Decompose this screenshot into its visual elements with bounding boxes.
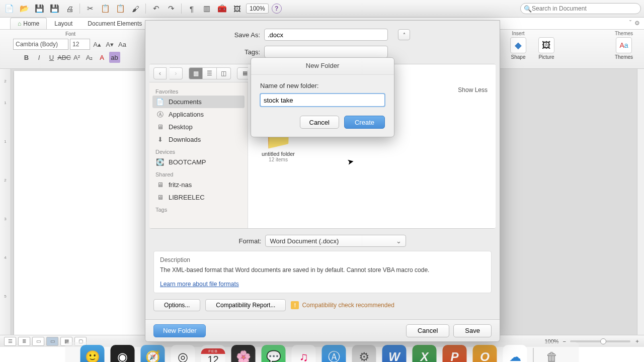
copy-icon[interactable]: 📋 [99, 3, 111, 15]
sidebar-item-documents[interactable]: 📄Documents [152, 96, 245, 108]
toolbox-icon[interactable]: 🧰 [216, 3, 228, 15]
new-folder-modal: New Folder Name of new folder: Cancel Cr… [251, 57, 394, 137]
insert-picture[interactable]: 🖼Picture [534, 37, 558, 60]
format-select[interactable]: Word Document (.docx) ⌄ [265, 235, 406, 247]
dock-messages-icon[interactable]: 💬 [262, 345, 286, 362]
insert-shape[interactable]: ◆Shape [506, 37, 530, 60]
grow-font-icon[interactable]: A▴ [92, 39, 103, 50]
dock-outlook-icon[interactable]: O [473, 345, 497, 362]
tags-input[interactable] [264, 46, 388, 58]
new-folder-create-button[interactable]: Create [344, 116, 385, 129]
collapse-button[interactable]: ˄ [398, 29, 410, 40]
save-as-icon[interactable]: 💾 [48, 3, 60, 15]
tab-layout[interactable]: Layout [47, 18, 80, 29]
gallery-icon[interactable]: 🖼 [231, 3, 243, 15]
tab-document-elements[interactable]: Document Elements [80, 18, 149, 29]
save-button[interactable]: Save [453, 324, 492, 337]
format-section: Format: Word Document (.docx) ⌄ Descript… [153, 235, 492, 293]
dock-onedrive-icon[interactable]: ☁ [503, 345, 527, 362]
search-icon: 🔍 [524, 5, 532, 13]
gear-icon[interactable]: ⚙ [634, 20, 640, 27]
chevron-down-icon[interactable]: ˇ [629, 20, 631, 27]
sidebar-item-downloads[interactable]: ⬇Downloads [149, 133, 248, 146]
calendar-day: 12 [207, 354, 218, 362]
dock-excel-icon[interactable]: X [413, 345, 437, 362]
nav-forward-button[interactable]: › [170, 67, 183, 79]
cut-icon[interactable]: ✂ [84, 3, 96, 15]
themes-group: Themes AaThemes [609, 30, 639, 60]
font-name-select[interactable]: Cambria (Body) [13, 39, 68, 50]
format-painter-icon[interactable]: 🖌 [129, 3, 141, 15]
dock-settings-icon[interactable]: ⚙ [352, 345, 376, 362]
options-button[interactable]: Options... [153, 299, 200, 311]
strikethrough-button[interactable]: ABC [59, 52, 70, 63]
superscript-button[interactable]: A² [71, 52, 83, 63]
dock-safari-icon[interactable]: 🧭 [141, 345, 165, 362]
search-document[interactable]: 🔍 [520, 3, 641, 14]
italic-button[interactable]: I [34, 52, 45, 63]
sidebar-item-bootcamp[interactable]: 💽BOOTCAMP [149, 156, 248, 168]
cancel-button[interactable]: Cancel [406, 324, 449, 337]
show-less-button[interactable]: Show Less [458, 86, 488, 94]
underline-button[interactable]: U [46, 52, 57, 63]
view-print-icon[interactable]: ▭ [32, 337, 44, 346]
new-folder-name-input[interactable] [260, 94, 385, 107]
dock-powerpoint-icon[interactable]: P [443, 345, 467, 362]
sidebar-item-fritz-nas[interactable]: 🖥fritz-nas [149, 178, 248, 191]
view-columns-button[interactable]: ◫ [217, 67, 231, 79]
themes-button[interactable]: AaThemes [612, 37, 636, 60]
sidebar-label: Documents [169, 98, 202, 106]
save-as-input[interactable] [264, 29, 388, 41]
pilcrow-icon[interactable]: ¶ [186, 3, 198, 15]
dock-music-icon[interactable]: ♫ [292, 345, 316, 362]
view-publish-icon[interactable]: ▭ [46, 337, 58, 346]
options-row: Options... Compatibility Report... ! Com… [153, 299, 492, 311]
font-color-button[interactable]: A [97, 52, 108, 63]
clear-format-icon[interactable]: Aa [117, 39, 128, 50]
compatibility-report-button[interactable]: Compatibility Report... [205, 299, 286, 311]
sidebar-item-libreelec[interactable]: 🖥LIBREELEC [149, 191, 248, 204]
save-icon[interactable]: 💾 [33, 3, 45, 15]
paste-icon[interactable]: 📋 [114, 3, 126, 15]
help-icon[interactable]: ? [272, 4, 282, 14]
vertical-scrollbar[interactable] [637, 69, 644, 337]
undo-icon[interactable]: ↶ [150, 3, 162, 15]
highlight-button[interactable]: ab [109, 52, 120, 63]
zoom-slider[interactable] [570, 340, 630, 342]
search-document-input[interactable] [532, 5, 637, 12]
new-doc-icon[interactable]: 📄 [3, 3, 15, 15]
sidebar-item-desktop[interactable]: 🖥Desktop [149, 121, 248, 133]
print-icon[interactable]: 🖨 [63, 3, 75, 15]
nav-back-button[interactable]: ‹ [153, 67, 167, 79]
network-icon: 🖥 [155, 182, 165, 189]
dock-chrome-icon[interactable]: ◎ [171, 345, 195, 362]
learn-more-link[interactable]: Learn more about file formats [160, 281, 239, 288]
new-folder-title: New Folder [251, 58, 394, 75]
dock-calendar-icon[interactable]: FEB12 [201, 345, 225, 362]
sidebar-icon[interactable]: ▥ [201, 3, 213, 15]
dock-photos-icon[interactable]: 🌸 [231, 345, 256, 362]
dock-trash-icon[interactable]: 🗑 [540, 345, 564, 362]
shrink-font-icon[interactable]: A▾ [104, 39, 115, 50]
bold-button[interactable]: B [21, 52, 32, 63]
dock-siri-icon[interactable]: ◉ [111, 345, 135, 362]
new-folder-cancel-button[interactable]: Cancel [300, 116, 339, 129]
dock-appstore-icon[interactable]: Ⓐ [322, 345, 346, 362]
font-group-title: Font [65, 31, 75, 37]
sidebar-item-applications[interactable]: ⒶApplications [149, 108, 248, 121]
zoom-select[interactable]: 100% [246, 4, 269, 14]
open-icon[interactable]: 📂 [18, 3, 30, 15]
view-outline-icon[interactable]: ≣ [18, 337, 30, 346]
dock-word-icon[interactable]: W [382, 345, 407, 362]
new-folder-button[interactable]: New Folder [153, 324, 206, 337]
dock-finder-icon[interactable]: 🙂 [80, 345, 105, 362]
font-size-select[interactable]: 12 [70, 39, 90, 50]
subscript-button[interactable]: A₂ [84, 52, 95, 63]
themes-label: Themes [615, 54, 633, 60]
view-list-button[interactable]: ☰ [203, 67, 217, 79]
tab-home[interactable]: ⌂Home [10, 18, 47, 29]
redo-icon[interactable]: ↷ [165, 3, 177, 15]
view-icons-button[interactable]: ▦ [189, 67, 203, 79]
view-normal-icon[interactable]: ☰ [4, 337, 16, 346]
zoom-in-icon[interactable]: ＋ [634, 337, 640, 345]
